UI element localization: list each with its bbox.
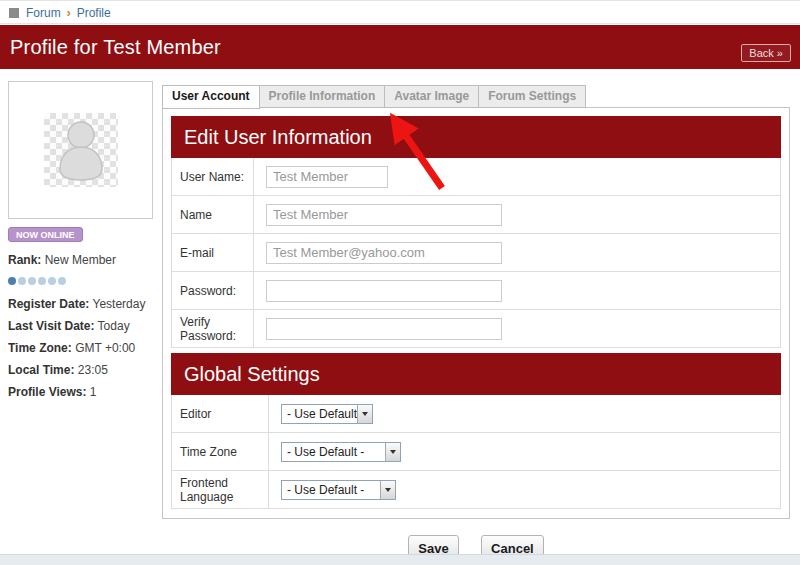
breadcrumb: Forum › Profile	[0, 2, 800, 24]
email-label: E-mail	[172, 234, 254, 271]
form-row-username: User Name:	[172, 158, 780, 196]
email-input[interactable]	[266, 242, 502, 264]
name-label: Name	[172, 196, 254, 233]
profile-main: User Account Profile Information Avatar …	[162, 85, 790, 562]
page-title: Profile for Test Member	[10, 36, 221, 59]
rank-dot	[8, 277, 16, 285]
rank-value: New Member	[45, 253, 116, 267]
rank-dot	[58, 277, 66, 285]
breadcrumb-link-forum[interactable]: Forum	[26, 6, 61, 20]
stat-register-date: Register Date: Yesterday	[8, 293, 158, 315]
form-row-time-zone: Time Zone - Use Default -	[172, 433, 780, 471]
editor-label: Editor	[172, 395, 269, 432]
stat-local-time: Local Time: 23:05	[8, 359, 158, 381]
edit-user-form: User Name: Name E-mail Password: Verify …	[171, 158, 781, 348]
global-settings-form: Editor - Use Default - Time Zone - Use D…	[171, 395, 781, 509]
stat-last-visit: Last Visit Date: Today	[8, 315, 158, 337]
form-row-verify-password: Verify Password:	[172, 310, 780, 348]
rank-dot	[48, 277, 56, 285]
breadcrumb-separator-icon: ›	[67, 6, 71, 20]
username-input[interactable]	[266, 166, 388, 188]
tab-bar: User Account Profile Information Avatar …	[162, 85, 790, 108]
status-badge: NOW ONLINE	[8, 227, 83, 242]
avatar-panel	[8, 81, 153, 219]
rank-dot	[28, 277, 36, 285]
password-label: Password:	[172, 272, 254, 309]
person-silhouette-icon	[52, 119, 110, 181]
tab-user-account[interactable]: User Account	[162, 85, 260, 109]
verify-password-label: Verify Password:	[172, 310, 254, 347]
rank-row: Rank: New Member	[8, 249, 158, 271]
tab-avatar-image[interactable]: Avatar Image	[384, 85, 479, 108]
form-row-name: Name	[172, 196, 780, 234]
password-input[interactable]	[266, 280, 502, 302]
page-footer-strip	[0, 554, 800, 565]
verify-password-input[interactable]	[266, 318, 502, 340]
stat-profile-views: Profile Views: 1	[8, 381, 158, 403]
time-zone-select[interactable]: - Use Default -	[281, 442, 401, 462]
tab-forum-settings[interactable]: Forum Settings	[478, 85, 586, 108]
section-header-global-settings: Global Settings	[171, 353, 781, 395]
avatar	[44, 113, 118, 187]
chevron-down-icon	[380, 481, 395, 499]
form-row-password: Password:	[172, 272, 780, 310]
name-input[interactable]	[266, 204, 502, 226]
stat-time-zone: Time Zone: GMT +0:00	[8, 337, 158, 359]
profile-sidebar: NOW ONLINE Rank: New Member Register Dat…	[8, 227, 158, 403]
rank-dot	[18, 277, 26, 285]
frontend-language-label: Frontend Language	[172, 471, 269, 508]
module-icon	[9, 8, 19, 18]
tab-profile-information[interactable]: Profile Information	[259, 85, 386, 108]
chevron-down-icon	[357, 405, 372, 423]
back-button[interactable]: Back »	[741, 44, 791, 62]
username-label: User Name:	[172, 158, 254, 195]
editor-select[interactable]: - Use Default -	[281, 404, 373, 424]
form-row-email: E-mail	[172, 234, 780, 272]
rank-label: Rank:	[8, 253, 41, 267]
section-header-edit-user: Edit User Information	[171, 116, 781, 158]
frontend-language-select[interactable]: - Use Default -	[281, 480, 396, 500]
form-row-editor: Editor - Use Default -	[172, 395, 780, 433]
time-zone-label: Time Zone	[172, 433, 269, 470]
rank-dot	[38, 277, 46, 285]
chevron-down-icon	[385, 443, 400, 461]
tab-panel-user-account: Edit User Information User Name: Name E-…	[162, 107, 790, 519]
breadcrumb-link-profile[interactable]: Profile	[77, 6, 111, 20]
page-header: Profile for Test Member Back »	[0, 25, 800, 69]
rank-dots	[8, 271, 158, 293]
form-row-frontend-language: Frontend Language - Use Default -	[172, 471, 780, 509]
